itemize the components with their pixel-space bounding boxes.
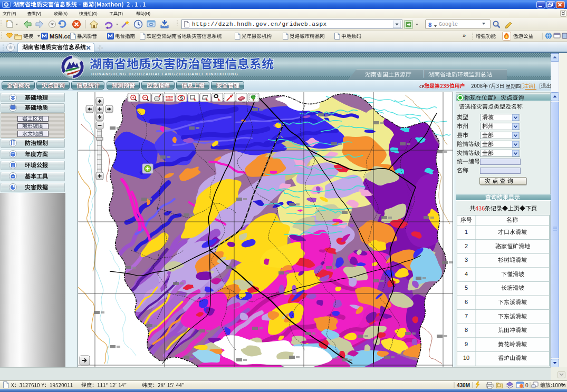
svg-text:S: S bbox=[180, 95, 183, 101]
svg-text:?: ? bbox=[168, 95, 170, 100]
